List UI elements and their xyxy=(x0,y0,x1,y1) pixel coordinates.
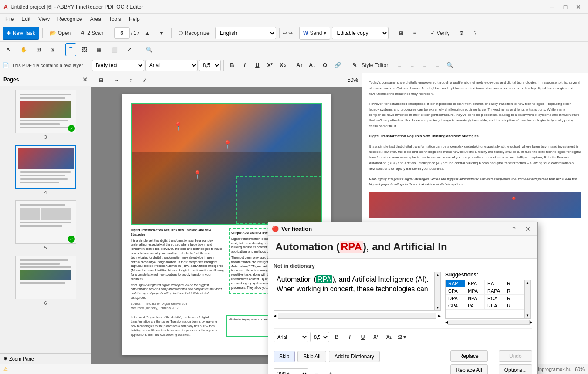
maximize-button[interactable]: □ xyxy=(559,3,571,11)
sugg-hscroll[interactable] xyxy=(448,320,530,325)
page-number-input[interactable] xyxy=(114,27,130,39)
skip-all-button[interactable]: Skip All xyxy=(297,351,326,362)
sugg-DPA[interactable]: DPA xyxy=(446,295,465,302)
style-editor-label[interactable]: Style Editor xyxy=(362,62,388,68)
sugg-NPA[interactable]: NPA xyxy=(465,295,485,302)
sugg-CPA[interactable]: CPA xyxy=(446,287,465,294)
dialog-superscript-button[interactable]: X² xyxy=(370,331,382,343)
align-center-button[interactable]: ≡ xyxy=(406,60,418,71)
doc-tool3[interactable]: ↕ xyxy=(125,74,136,87)
image-view-button[interactable]: ⊞ xyxy=(395,27,407,40)
zoom-out-button[interactable]: − xyxy=(311,368,322,374)
verify-button[interactable]: ✓ Verify xyxy=(426,27,453,40)
dialog-subscript-button[interactable]: X₂ xyxy=(383,331,395,343)
hscroll-left[interactable]: ◀ xyxy=(274,314,276,318)
page-thumb-3[interactable]: ✓ 3 xyxy=(3,90,88,140)
sugg-R2[interactable]: R xyxy=(504,287,524,294)
tool-text[interactable]: T xyxy=(65,43,76,56)
sugg-R3[interactable]: R xyxy=(504,295,524,302)
tool-table[interactable]: ▦ xyxy=(93,43,105,56)
tool-fitwidth[interactable]: ⊠ xyxy=(47,43,59,56)
bold-button[interactable]: B xyxy=(226,60,238,71)
sugg-R4[interactable]: R xyxy=(504,302,524,309)
link-button[interactable]: 🔗 xyxy=(332,60,343,71)
open-button[interactable]: 📂 Open xyxy=(46,27,74,40)
size-select[interactable]: 8,5 xyxy=(199,60,221,71)
new-task-button[interactable]: ✚ New Task xyxy=(3,27,39,40)
dialog-underline-button[interactable]: U xyxy=(357,331,368,343)
subscript-button[interactable]: X₂ xyxy=(277,60,288,71)
options-button[interactable]: Options... xyxy=(499,364,532,374)
dialog-size-select[interactable]: 8,5 xyxy=(310,332,329,342)
skip-button[interactable]: Skip xyxy=(274,351,295,362)
language-select[interactable]: English xyxy=(215,27,276,39)
recognize-button[interactable]: ⬡ Recognize xyxy=(175,27,213,40)
sugg-PA[interactable]: PA xyxy=(465,302,485,309)
menu-file[interactable]: File xyxy=(2,15,17,23)
sugg-hscroll-right[interactable]: ▶ xyxy=(530,320,532,324)
editable-copy-select[interactable]: Editable copy xyxy=(332,27,389,39)
send-button[interactable]: W Send ▾ xyxy=(299,27,330,40)
font-select[interactable]: Arial xyxy=(145,60,198,71)
dialog-help-button[interactable]: ? xyxy=(508,225,520,233)
tool-fitpage[interactable]: ⊞ xyxy=(33,43,45,56)
dialog-special-char-button[interactable]: Ω ▾ xyxy=(396,331,408,343)
page-thumb-6[interactable]: 6 xyxy=(3,256,88,306)
tool-background[interactable]: ⬜ xyxy=(107,43,122,56)
tool-zoom-out[interactable]: 🔍 xyxy=(142,43,156,56)
search-button[interactable]: 🔍 xyxy=(444,60,456,71)
page-up-button[interactable]: ▲ xyxy=(141,27,154,40)
resize-handle-tl[interactable] xyxy=(226,226,233,232)
dialog-text-scroll[interactable]: Automation (RPA), and Artificial Intelli… xyxy=(274,272,435,311)
style-select[interactable]: Body text xyxy=(92,60,144,71)
suggestions-list[interactable]: RAP KPA RA R CPA MPA RAPA R xyxy=(445,280,524,319)
close-button[interactable]: ✕ xyxy=(572,3,585,11)
align-right-button[interactable]: ≡ xyxy=(419,60,430,71)
pages-panel-close[interactable]: ✕ xyxy=(82,76,88,83)
menu-view[interactable]: View xyxy=(35,15,53,23)
replace-all-button[interactable]: Replace All xyxy=(450,364,488,374)
doc-tool4[interactable]: ⤢ xyxy=(139,74,151,87)
tool-image[interactable]: 🖼 xyxy=(78,43,91,56)
page-thumb-4[interactable]: 4 xyxy=(3,145,88,195)
page-thumb-5[interactable]: ✓ 5 xyxy=(3,200,88,250)
dialog-font-select[interactable]: Arial xyxy=(274,332,308,342)
menu-recognize[interactable]: Recognize xyxy=(54,15,86,23)
sugg-MPA[interactable]: MPA xyxy=(465,287,485,294)
help-button[interactable]: ? xyxy=(470,27,480,40)
dialog-close-button[interactable]: ✕ xyxy=(522,225,534,233)
hscroll-right[interactable]: ▶ xyxy=(438,314,441,318)
page-thumb-img-6[interactable] xyxy=(15,256,76,299)
verification-dialog[interactable]: 🔴 Verification ? ✕ Automation (RPA), and… xyxy=(268,222,538,374)
menu-area[interactable]: Area xyxy=(87,15,105,23)
sugg-R1[interactable]: R xyxy=(504,280,524,287)
italic-button[interactable]: I xyxy=(239,60,250,71)
add-to-dict-button[interactable]: Add to Dictionary xyxy=(329,351,380,362)
zoom-in-button[interactable]: + xyxy=(325,368,336,374)
underline-button[interactable]: U xyxy=(252,60,263,71)
align-left-button[interactable]: ≡ xyxy=(394,60,405,71)
sugg-KPA[interactable]: KPA xyxy=(465,280,485,287)
align-justify-button[interactable]: ≡ xyxy=(432,60,443,71)
menu-tools[interactable]: Tools xyxy=(105,15,125,23)
sugg-RAPA[interactable]: RAPA xyxy=(485,287,504,294)
dialog-bold-button[interactable]: B xyxy=(331,331,342,343)
dialog-text-scrollbar[interactable]: ▲ ▼ xyxy=(435,272,441,311)
settings-button[interactable]: ⚙ xyxy=(455,27,468,40)
superscript-button[interactable]: X² xyxy=(264,60,276,71)
sugg-RAP[interactable]: RAP xyxy=(446,280,465,287)
menu-edit[interactable]: Edit xyxy=(18,15,34,23)
undo-button[interactable]: Undo xyxy=(499,350,532,362)
scan-button[interactable]: 🖨 2 Scan xyxy=(76,27,107,40)
tool-hand[interactable]: ✋ xyxy=(17,43,31,56)
tool-select[interactable]: ↖ xyxy=(3,43,15,56)
sugg-REA[interactable]: REA xyxy=(485,302,504,309)
minimize-button[interactable]: ─ xyxy=(546,3,558,11)
dialog-italic-button[interactable]: I xyxy=(344,331,355,343)
sugg-GPA[interactable]: GPA xyxy=(446,302,465,309)
page-thumb-img-5[interactable]: ✓ xyxy=(15,200,76,244)
sugg-RCA[interactable]: RCA xyxy=(485,295,504,302)
sugg-scrollbar[interactable]: ▲ ▼ xyxy=(524,280,531,319)
text-view-button[interactable]: ≡ xyxy=(409,27,420,40)
font-decrease-button[interactable]: A↓ xyxy=(307,60,318,71)
